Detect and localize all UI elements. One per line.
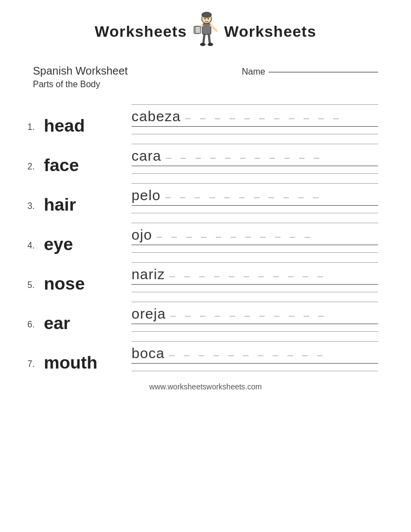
name-label: Name xyxy=(242,67,265,77)
item-row-6: 6. ear oreja – – – – – – – – – – – xyxy=(27,292,378,332)
item-english-6: ear xyxy=(44,314,126,332)
dashes-3: – – – – – – – – – – – xyxy=(163,192,378,204)
svg-point-12 xyxy=(208,18,209,19)
item-writing-area-5: nariz – – – – – – – – – – – xyxy=(126,258,378,292)
item-number-3: 3. xyxy=(27,201,44,213)
item-row-4: 4. eye ojo – – – – – – – – – – – xyxy=(27,213,378,253)
writing-bottom-line-3 xyxy=(132,209,378,213)
title-left: Spanish Worksheet Parts of the Body xyxy=(33,65,128,89)
writing-word-4: ojo xyxy=(132,227,152,244)
item-row-7: 7. mouth boca – – – – – – – – – – – xyxy=(27,332,378,371)
writing-word-line-1: cabeza – – – – – – – – – – – xyxy=(132,107,378,127)
footer: www.worksheetsworksheets.com xyxy=(0,371,411,397)
item-number-6: 6. xyxy=(27,320,44,332)
writing-word-2: cara xyxy=(132,148,162,165)
item-number-1: 1. xyxy=(27,122,44,134)
writing-word-line-3: pelo – – – – – – – – – – – xyxy=(132,186,378,206)
worksheet-subtitle: Parts of the Body xyxy=(33,80,128,89)
dashes-1: – – – – – – – – – – – xyxy=(183,113,378,125)
svg-point-7 xyxy=(200,43,206,46)
item-number-5: 5. xyxy=(27,280,44,292)
item-writing-area-3: pelo – – – – – – – – – – – xyxy=(126,179,378,213)
writing-bottom-line-5 xyxy=(132,288,378,292)
item-english-1: head xyxy=(44,117,126,134)
writing-bottom-line-4 xyxy=(132,248,378,253)
item-english-4: eye xyxy=(44,235,126,253)
worksheet-title: Spanish Worksheet xyxy=(33,65,128,77)
dashes-5: – – – – – – – – – – – xyxy=(167,271,378,283)
writing-top-line-7 xyxy=(132,337,378,342)
dashes-4: – – – – – – – – – – – xyxy=(155,231,378,244)
writing-word-line-5: nariz – – – – – – – – – – – xyxy=(132,265,378,285)
writing-bottom-line-6 xyxy=(132,327,378,332)
writing-word-line-4: ojo – – – – – – – – – – – xyxy=(132,225,378,245)
item-number-7: 7. xyxy=(27,359,44,371)
svg-point-1 xyxy=(202,12,212,18)
writing-word-6: oreja xyxy=(132,305,166,322)
name-line xyxy=(269,72,378,72)
writing-word-7: boca xyxy=(132,345,164,362)
items-container: 1. head cabeza – – – – – – – – – – – 2. … xyxy=(0,89,411,371)
writing-bottom-line-2 xyxy=(132,169,378,174)
writing-word-line-6: oreja – – – – – – – – – – – xyxy=(132,304,378,324)
svg-line-6 xyxy=(209,35,210,44)
title-area: Spanish Worksheet Parts of the Body Name xyxy=(0,59,411,89)
footer-url: www.worksheetsworksheets.com xyxy=(149,382,261,391)
logo-icon xyxy=(189,10,222,54)
item-row-5: 5. nose nariz – – – – – – – – – – – xyxy=(27,253,378,292)
writing-word-line-7: boca – – – – – – – – – – – xyxy=(132,344,378,364)
svg-line-5 xyxy=(203,35,204,44)
worksheet-page: Worksheets xyxy=(0,0,411,532)
item-row-1: 1. head cabeza – – – – – – – – – – – xyxy=(27,95,378,134)
item-number-4: 4. xyxy=(27,241,44,253)
writing-top-line-5 xyxy=(132,258,378,263)
writing-top-line-1 xyxy=(132,100,378,105)
svg-point-8 xyxy=(208,43,213,46)
dashes-2: – – – – – – – – – – – xyxy=(164,152,378,165)
item-writing-area-2: cara – – – – – – – – – – – xyxy=(126,140,378,174)
logo-container: Worksheets xyxy=(0,10,411,54)
svg-line-4 xyxy=(211,25,216,31)
dashes-6: – – – – – – – – – – – xyxy=(168,310,378,322)
item-writing-area-7: boca – – – – – – – – – – – xyxy=(126,337,378,371)
item-english-2: face xyxy=(44,156,126,174)
svg-point-11 xyxy=(204,18,206,19)
item-english-7: mouth xyxy=(44,354,126,371)
item-number-2: 2. xyxy=(27,162,44,174)
writing-bottom-line-1 xyxy=(132,130,378,134)
item-writing-area-4: ojo – – – – – – – – – – – xyxy=(126,219,378,253)
writing-word-1: cabeza xyxy=(132,108,181,125)
item-writing-area-6: oreja – – – – – – – – – – – xyxy=(126,298,378,332)
item-row-2: 2. face cara – – – – – – – – – – – xyxy=(27,134,378,174)
writing-word-5: nariz xyxy=(132,266,165,283)
header: Worksheets xyxy=(0,0,411,59)
svg-rect-2 xyxy=(202,24,211,35)
svg-rect-10 xyxy=(195,26,201,33)
writing-top-line-2 xyxy=(132,140,378,144)
logo-text-right: Worksheets xyxy=(224,23,316,41)
writing-word-3: pelo xyxy=(132,187,161,204)
item-english-3: hair xyxy=(44,196,126,213)
writing-top-line-4 xyxy=(132,219,378,223)
writing-top-line-3 xyxy=(132,179,378,184)
item-row-3: 3. hair pelo – – – – – – – – – – – xyxy=(27,174,378,213)
writing-top-line-6 xyxy=(132,298,378,302)
name-field: Name xyxy=(242,65,378,77)
logo-text-left: Worksheets xyxy=(95,23,187,41)
writing-bottom-line-7 xyxy=(132,367,378,371)
dashes-7: – – – – – – – – – – – xyxy=(167,350,378,362)
writing-word-line-2: cara – – – – – – – – – – – xyxy=(132,146,378,166)
item-english-5: nose xyxy=(44,275,126,292)
item-writing-area-1: cabeza – – – – – – – – – – – xyxy=(126,100,378,134)
